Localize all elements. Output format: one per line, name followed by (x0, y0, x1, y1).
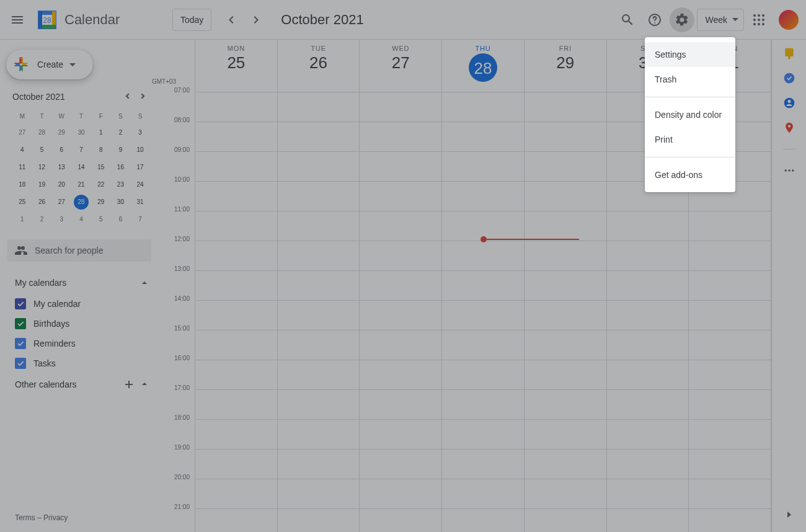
menu-item[interactable]: Get add-ons (645, 162, 735, 187)
menu-item[interactable]: Trash (645, 67, 735, 92)
menu-item[interactable]: Print (645, 127, 735, 152)
menu-item[interactable]: Density and color (645, 102, 735, 127)
menu-item[interactable]: Settings (645, 42, 735, 67)
settings-menu: SettingsTrashDensity and colorPrintGet a… (645, 37, 735, 192)
